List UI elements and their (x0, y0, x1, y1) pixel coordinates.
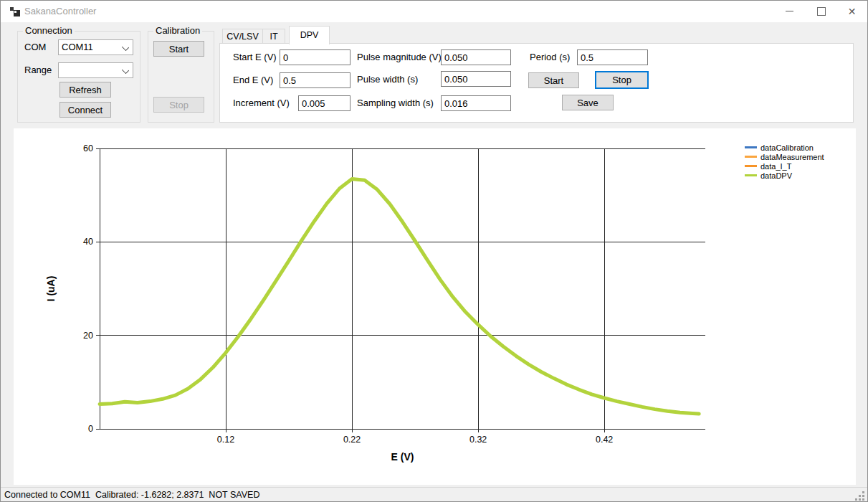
y-tick-label: 40 (83, 237, 93, 247)
calibration-stop-button[interactable]: Stop (153, 97, 204, 113)
status-bar: Connected to COM11 Calibrated: -1.6282; … (1, 487, 867, 502)
legend-label: dataDPV (760, 171, 792, 180)
y-tick-label: 60 (83, 143, 93, 153)
calibration-group: Calibration Start Stop (148, 31, 214, 123)
x-tick-label: 0.32 (469, 435, 487, 445)
save-button[interactable]: Save (562, 95, 614, 110)
com-label: COM (24, 39, 46, 55)
chevron-down-icon (122, 44, 129, 51)
increment-input[interactable] (298, 95, 350, 111)
legend-line-icon (745, 146, 757, 148)
connection-group-title: Connection (23, 25, 75, 36)
resize-grip-icon[interactable] (854, 491, 865, 501)
period-input[interactable] (577, 49, 648, 65)
dpv-start-button[interactable]: Start (528, 72, 579, 88)
y-axis-title: I (uA) (45, 276, 57, 302)
close-button[interactable]: ✕ (836, 1, 868, 22)
com-select-value: COM11 (62, 42, 93, 52)
start-e-input[interactable] (280, 49, 350, 65)
start-e-label: Start E (V) (233, 49, 277, 65)
legend-item-dataDPV: dataDPV (745, 171, 824, 180)
tab-dpv[interactable]: DPV (289, 26, 330, 44)
maximize-icon (817, 7, 826, 16)
y-tick-label: 0 (88, 424, 93, 434)
com-select[interactable]: COM11 (58, 39, 133, 55)
chevron-down-icon (122, 67, 129, 74)
tab-cv-lsv[interactable]: CV/LSV (222, 29, 263, 44)
calibration-start-button[interactable]: Start (153, 41, 204, 57)
calibration-group-title: Calibration (153, 25, 202, 36)
x-tick-label: 0.12 (217, 435, 234, 445)
tab-it[interactable]: IT (262, 29, 285, 44)
legend-line-icon (745, 165, 757, 167)
legend-line-icon (745, 156, 757, 158)
minimize-button[interactable] (773, 1, 806, 22)
maximize-button[interactable] (805, 1, 837, 22)
app-window: SakanaController ✕ Connection COM COM11 … (0, 0, 868, 502)
range-select[interactable] (58, 62, 133, 78)
legend-line-icon (745, 174, 757, 176)
sampling-width-label: Sampling width (s) (357, 95, 434, 111)
dpv-stop-button[interactable]: Stop (595, 71, 649, 89)
legend-label: dataMeasurement (760, 153, 824, 161)
legend-label: data_I_T (760, 162, 791, 171)
pulse-magnitude-input[interactable] (441, 49, 511, 65)
increment-label: Increment (V) (233, 95, 290, 111)
dpv-chart: 02040600.120.220.320.42E (V)I (uA) (14, 128, 856, 485)
chart-panel: 02040600.120.220.320.42E (V)I (uA) dataC… (14, 128, 856, 485)
refresh-button[interactable]: Refresh (59, 82, 111, 98)
sampling-width-input[interactable] (441, 95, 511, 111)
app-icon (10, 7, 20, 16)
period-label: Period (s) (530, 49, 570, 65)
chart-legend: dataCalibrationdataMeasurementdata_I_Tda… (745, 143, 824, 180)
legend-label: dataCalibration (760, 143, 814, 152)
window-title: SakanaController (24, 1, 96, 22)
end-e-input[interactable] (280, 72, 350, 88)
x-tick-label: 0.42 (596, 435, 613, 445)
minimize-icon (786, 11, 793, 11)
x-axis-title: E (V) (391, 451, 414, 463)
y-tick-label: 20 (83, 331, 93, 341)
legend-item-dataCalibration: dataCalibration (745, 143, 824, 152)
close-icon: ✕ (848, 6, 857, 17)
x-tick-label: 0.22 (343, 435, 361, 445)
pulse-width-label: Pulse width (s) (357, 72, 418, 87)
series-dataDPV (100, 179, 699, 414)
status-text: Connected to COM11 Calibrated: -1.6282; … (4, 488, 259, 502)
connection-group: Connection COM COM11 Range Refresh Conne… (17, 31, 140, 123)
connect-button[interactable]: Connect (59, 102, 111, 118)
titlebar: SakanaController ✕ (1, 1, 867, 22)
pulse-width-input[interactable] (441, 71, 511, 87)
legend-item-dataMeasurement: dataMeasurement (745, 152, 824, 161)
pulse-magnitude-label: Pulse magnitude (V) (357, 49, 442, 65)
range-label: Range (24, 62, 52, 78)
end-e-label: End E (V) (233, 72, 273, 88)
legend-item-data_I_T: data_I_T (745, 161, 824, 171)
